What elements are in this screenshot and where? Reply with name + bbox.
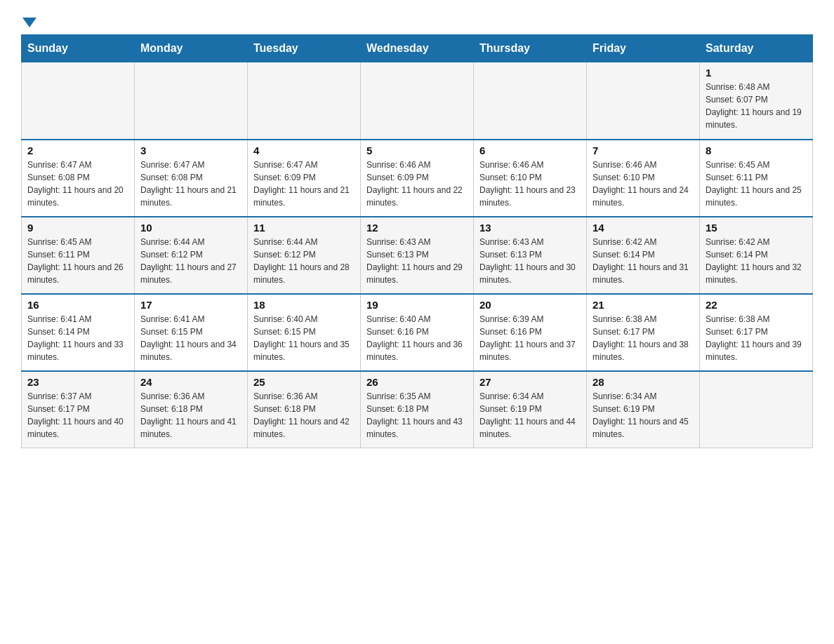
calendar-cell xyxy=(700,371,813,448)
day-info: Sunrise: 6:47 AMSunset: 6:08 PMDaylight:… xyxy=(140,159,241,209)
day-info: Sunrise: 6:41 AMSunset: 6:15 PMDaylight:… xyxy=(140,313,241,363)
calendar-cell: 18Sunrise: 6:40 AMSunset: 6:15 PMDayligh… xyxy=(248,294,361,371)
day-info: Sunrise: 6:40 AMSunset: 6:16 PMDaylight:… xyxy=(366,313,468,363)
day-info: Sunrise: 6:46 AMSunset: 6:10 PMDaylight:… xyxy=(479,159,581,209)
day-info: Sunrise: 6:47 AMSunset: 6:09 PMDaylight:… xyxy=(253,159,355,209)
day-info: Sunrise: 6:47 AMSunset: 6:08 PMDaylight:… xyxy=(27,159,128,209)
day-number: 22 xyxy=(706,299,807,311)
calendar-cell: 17Sunrise: 6:41 AMSunset: 6:15 PMDayligh… xyxy=(135,294,248,371)
calendar-cell: 12Sunrise: 6:43 AMSunset: 6:13 PMDayligh… xyxy=(361,217,474,294)
day-number: 15 xyxy=(706,222,807,234)
calendar-cell: 7Sunrise: 6:46 AMSunset: 6:10 PMDaylight… xyxy=(587,140,700,217)
day-info: Sunrise: 6:42 AMSunset: 6:14 PMDaylight:… xyxy=(593,236,694,286)
day-info: Sunrise: 6:34 AMSunset: 6:19 PMDaylight:… xyxy=(479,390,581,441)
day-info: Sunrise: 6:36 AMSunset: 6:18 PMDaylight:… xyxy=(140,390,241,441)
day-info: Sunrise: 6:35 AMSunset: 6:18 PMDaylight:… xyxy=(366,390,468,441)
day-info: Sunrise: 6:46 AMSunset: 6:10 PMDaylight:… xyxy=(593,159,694,209)
day-number: 26 xyxy=(366,376,468,388)
calendar-week-row: 1Sunrise: 6:48 AMSunset: 6:07 PMDaylight… xyxy=(22,62,813,140)
day-info: Sunrise: 6:44 AMSunset: 6:12 PMDaylight:… xyxy=(140,236,241,286)
calendar-cell: 1Sunrise: 6:48 AMSunset: 6:07 PMDaylight… xyxy=(700,62,813,140)
day-number: 23 xyxy=(27,376,128,388)
calendar-cell xyxy=(587,62,700,140)
column-header-tuesday: Tuesday xyxy=(248,35,361,62)
day-number: 12 xyxy=(366,222,468,234)
calendar-week-row: 2Sunrise: 6:47 AMSunset: 6:08 PMDaylight… xyxy=(22,140,813,217)
calendar-week-row: 23Sunrise: 6:37 AMSunset: 6:17 PMDayligh… xyxy=(22,371,813,448)
day-info: Sunrise: 6:48 AMSunset: 6:07 PMDaylight:… xyxy=(706,81,807,131)
calendar-week-row: 9Sunrise: 6:45 AMSunset: 6:11 PMDaylight… xyxy=(22,217,813,294)
day-info: Sunrise: 6:45 AMSunset: 6:11 PMDaylight:… xyxy=(27,236,128,286)
day-number: 2 xyxy=(27,145,128,156)
calendar-cell: 2Sunrise: 6:47 AMSunset: 6:08 PMDaylight… xyxy=(22,140,135,217)
day-number: 13 xyxy=(479,222,581,234)
calendar-cell: 20Sunrise: 6:39 AMSunset: 6:16 PMDayligh… xyxy=(474,294,587,371)
day-number: 6 xyxy=(479,145,581,156)
day-info: Sunrise: 6:39 AMSunset: 6:16 PMDaylight:… xyxy=(479,313,581,363)
column-header-friday: Friday xyxy=(587,35,700,62)
day-number: 21 xyxy=(593,299,694,311)
calendar-cell xyxy=(248,62,361,140)
calendar-cell: 26Sunrise: 6:35 AMSunset: 6:18 PMDayligh… xyxy=(361,371,474,448)
calendar-cell: 8Sunrise: 6:45 AMSunset: 6:11 PMDaylight… xyxy=(700,140,813,217)
calendar-cell: 10Sunrise: 6:44 AMSunset: 6:12 PMDayligh… xyxy=(135,217,248,294)
column-header-monday: Monday xyxy=(135,35,248,62)
calendar-cell xyxy=(22,62,135,140)
day-info: Sunrise: 6:34 AMSunset: 6:19 PMDaylight:… xyxy=(593,390,694,441)
day-number: 3 xyxy=(140,145,241,156)
calendar-cell xyxy=(135,62,248,140)
column-header-sunday: Sunday xyxy=(22,35,135,62)
calendar-cell: 23Sunrise: 6:37 AMSunset: 6:17 PMDayligh… xyxy=(22,371,135,448)
calendar-cell: 4Sunrise: 6:47 AMSunset: 6:09 PMDaylight… xyxy=(248,140,361,217)
calendar-cell: 19Sunrise: 6:40 AMSunset: 6:16 PMDayligh… xyxy=(361,294,474,371)
calendar-cell: 5Sunrise: 6:46 AMSunset: 6:09 PMDaylight… xyxy=(361,140,474,217)
calendar-cell: 3Sunrise: 6:47 AMSunset: 6:08 PMDaylight… xyxy=(135,140,248,217)
calendar-cell: 14Sunrise: 6:42 AMSunset: 6:14 PMDayligh… xyxy=(587,217,700,294)
day-number: 20 xyxy=(479,299,581,311)
day-number: 14 xyxy=(593,222,694,234)
calendar-cell: 13Sunrise: 6:43 AMSunset: 6:13 PMDayligh… xyxy=(474,217,587,294)
column-header-saturday: Saturday xyxy=(700,35,813,62)
calendar-header-row: SundayMondayTuesdayWednesdayThursdayFrid… xyxy=(22,35,813,62)
calendar-cell: 22Sunrise: 6:38 AMSunset: 6:17 PMDayligh… xyxy=(700,294,813,371)
day-info: Sunrise: 6:44 AMSunset: 6:12 PMDaylight:… xyxy=(253,236,355,286)
day-number: 18 xyxy=(253,299,355,311)
day-number: 9 xyxy=(27,222,128,234)
logo xyxy=(21,14,38,27)
day-info: Sunrise: 6:36 AMSunset: 6:18 PMDaylight:… xyxy=(253,390,355,441)
day-number: 1 xyxy=(706,67,807,79)
day-number: 16 xyxy=(27,299,128,311)
day-number: 10 xyxy=(140,222,241,234)
day-info: Sunrise: 6:38 AMSunset: 6:17 PMDaylight:… xyxy=(706,313,807,363)
day-number: 24 xyxy=(140,376,241,388)
calendar-cell: 11Sunrise: 6:44 AMSunset: 6:12 PMDayligh… xyxy=(248,217,361,294)
calendar-cell: 9Sunrise: 6:45 AMSunset: 6:11 PMDaylight… xyxy=(22,217,135,294)
calendar-cell: 28Sunrise: 6:34 AMSunset: 6:19 PMDayligh… xyxy=(587,371,700,448)
day-info: Sunrise: 6:37 AMSunset: 6:17 PMDaylight:… xyxy=(27,390,128,441)
column-header-wednesday: Wednesday xyxy=(361,35,474,62)
day-number: 25 xyxy=(253,376,355,388)
calendar-cell: 21Sunrise: 6:38 AMSunset: 6:17 PMDayligh… xyxy=(587,294,700,371)
day-info: Sunrise: 6:40 AMSunset: 6:15 PMDaylight:… xyxy=(253,313,355,363)
day-info: Sunrise: 6:43 AMSunset: 6:13 PMDaylight:… xyxy=(366,236,468,286)
calendar-cell xyxy=(361,62,474,140)
day-number: 27 xyxy=(479,376,581,388)
day-number: 11 xyxy=(253,222,355,234)
day-info: Sunrise: 6:45 AMSunset: 6:11 PMDaylight:… xyxy=(706,159,807,209)
logo-arrow-icon xyxy=(22,18,37,27)
day-info: Sunrise: 6:43 AMSunset: 6:13 PMDaylight:… xyxy=(479,236,581,286)
day-number: 5 xyxy=(366,145,468,156)
day-number: 4 xyxy=(253,145,355,156)
day-info: Sunrise: 6:46 AMSunset: 6:09 PMDaylight:… xyxy=(366,159,468,209)
calendar-table: SundayMondayTuesdayWednesdayThursdayFrid… xyxy=(21,34,813,448)
day-info: Sunrise: 6:42 AMSunset: 6:14 PMDaylight:… xyxy=(706,236,807,286)
day-number: 8 xyxy=(706,145,807,156)
day-number: 7 xyxy=(593,145,694,156)
calendar-cell: 15Sunrise: 6:42 AMSunset: 6:14 PMDayligh… xyxy=(700,217,813,294)
page-header xyxy=(21,14,813,27)
day-number: 19 xyxy=(366,299,468,311)
calendar-cell: 6Sunrise: 6:46 AMSunset: 6:10 PMDaylight… xyxy=(474,140,587,217)
day-number: 17 xyxy=(140,299,241,311)
calendar-cell: 16Sunrise: 6:41 AMSunset: 6:14 PMDayligh… xyxy=(22,294,135,371)
column-header-thursday: Thursday xyxy=(474,35,587,62)
